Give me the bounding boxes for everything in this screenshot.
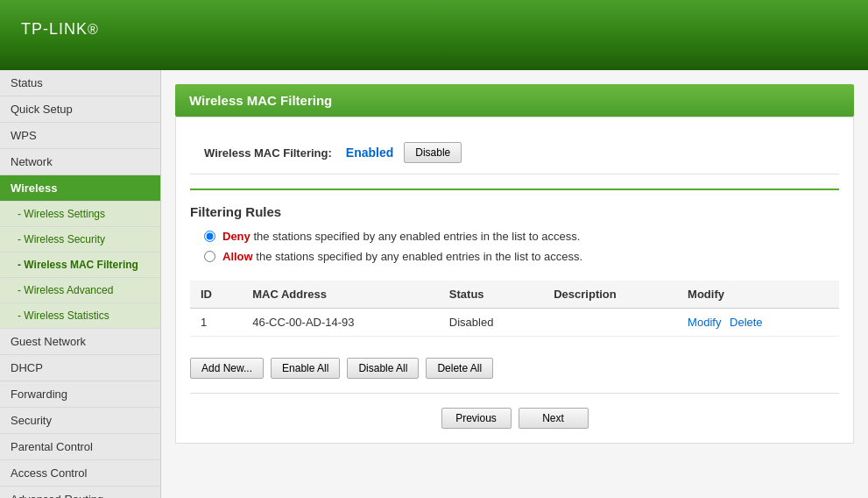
sidebar-item-status[interactable]: Status <box>0 70 160 96</box>
table-row: 1 46-CC-00-AD-14-93 Disabled Modify Dele… <box>190 309 839 337</box>
disable-all-button[interactable]: Disable All <box>347 358 419 379</box>
row-description <box>543 309 677 337</box>
delete-link[interactable]: Delete <box>730 316 763 329</box>
col-id: ID <box>190 281 242 309</box>
header: TP-LINK® <box>0 0 868 70</box>
sidebar-item-wireless[interactable]: Wireless <box>0 175 160 202</box>
pagination: Previous Next <box>190 408 839 429</box>
add-new-button[interactable]: Add New... <box>190 358 264 379</box>
allow-rule-desc: Allow the stations specified by any enab… <box>222 250 582 263</box>
filtering-rules: Filtering Rules Deny the stations specif… <box>190 204 839 263</box>
logo-mark: ® <box>88 22 99 37</box>
table-header-row: ID MAC Address Status Description Modify <box>190 281 839 309</box>
deny-rule-desc: Deny the stations specified by any enabl… <box>222 230 580 243</box>
content-wrapper: Wireless MAC Filtering: Enabled Disable … <box>175 117 854 444</box>
mac-filtering-status-row: Wireless MAC Filtering: Enabled Disable <box>190 132 839 174</box>
sidebar-item-dhcp[interactable]: DHCP <box>0 355 160 381</box>
sidebar-item-wireless-security[interactable]: - Wireless Security <box>0 227 160 253</box>
enable-all-button[interactable]: Enable All <box>271 358 340 379</box>
main-layout: Status Quick Setup WPS Network Wireless … <box>0 70 868 498</box>
next-button[interactable]: Next <box>519 408 589 429</box>
separator-1 <box>190 189 839 190</box>
page-title: Wireless MAC Filtering <box>189 93 332 108</box>
sidebar-item-access-control[interactable]: Access Control <box>0 460 160 487</box>
deny-radio[interactable] <box>204 231 215 242</box>
row-mac: 46-CC-00-AD-14-93 <box>242 309 439 337</box>
mac-table: ID MAC Address Status Description Modify… <box>190 281 839 337</box>
col-status: Status <box>439 281 543 309</box>
sidebar-item-wireless-advanced[interactable]: - Wireless Advanced <box>0 278 160 303</box>
page-title-bar: Wireless MAC Filtering <box>175 84 854 117</box>
col-modify: Modify <box>677 281 839 309</box>
mac-table-section: ID MAC Address Status Description Modify… <box>190 281 839 337</box>
logo-text: TP-LINK <box>21 20 88 38</box>
filtering-label: Wireless MAC Filtering: <box>204 146 332 160</box>
sidebar-item-guest-network[interactable]: Guest Network <box>0 329 160 355</box>
row-id: 1 <box>190 309 242 337</box>
row-actions: Modify Delete <box>677 309 839 337</box>
allow-radio-option: Allow the stations specified by any enab… <box>190 250 839 263</box>
sidebar-item-quick-setup[interactable]: Quick Setup <box>0 96 160 123</box>
content-area: Wireless MAC Filtering Wireless MAC Filt… <box>161 70 868 498</box>
allow-radio[interactable] <box>204 251 215 262</box>
sidebar-item-wps[interactable]: WPS <box>0 123 160 149</box>
allow-text: Allow <box>222 250 253 263</box>
status-enabled-text: Enabled <box>346 146 393 160</box>
allow-desc-text: the stations specified by any enabled en… <box>253 250 583 263</box>
sidebar-item-wireless-mac-filtering[interactable]: - Wireless MAC Filtering <box>0 253 160 278</box>
table-actions: Add New... Enable All Disable All Delete… <box>190 351 839 379</box>
disable-button[interactable]: Disable <box>404 142 462 163</box>
sidebar-item-security[interactable]: Security <box>0 408 160 434</box>
content-inner: Wireless MAC Filtering: Enabled Disable … <box>176 117 853 443</box>
sidebar-item-wireless-statistics[interactable]: - Wireless Statistics <box>0 303 160 329</box>
sidebar-item-advanced-routing[interactable]: Advanced Routing <box>0 487 160 498</box>
divider-1 <box>190 393 839 394</box>
sidebar-item-forwarding[interactable]: Forwarding <box>0 381 160 408</box>
row-status: Disabled <box>439 309 543 337</box>
delete-all-button[interactable]: Delete All <box>426 358 493 379</box>
col-mac: MAC Address <box>242 281 439 309</box>
deny-radio-option: Deny the stations specified by any enabl… <box>190 230 839 243</box>
modify-link[interactable]: Modify <box>688 316 721 329</box>
col-description: Description <box>543 281 677 309</box>
deny-desc-text: the stations specified by any enabled en… <box>251 230 581 243</box>
sidebar: Status Quick Setup WPS Network Wireless … <box>0 70 161 498</box>
filtering-rules-title: Filtering Rules <box>190 204 839 219</box>
deny-text: Deny <box>222 230 251 243</box>
sidebar-item-network[interactable]: Network <box>0 149 160 175</box>
logo: TP-LINK® <box>21 17 99 53</box>
sidebar-item-parental-control[interactable]: Parental Control <box>0 434 160 460</box>
sidebar-item-wireless-settings[interactable]: - Wireless Settings <box>0 202 160 227</box>
previous-button[interactable]: Previous <box>441 408 512 429</box>
